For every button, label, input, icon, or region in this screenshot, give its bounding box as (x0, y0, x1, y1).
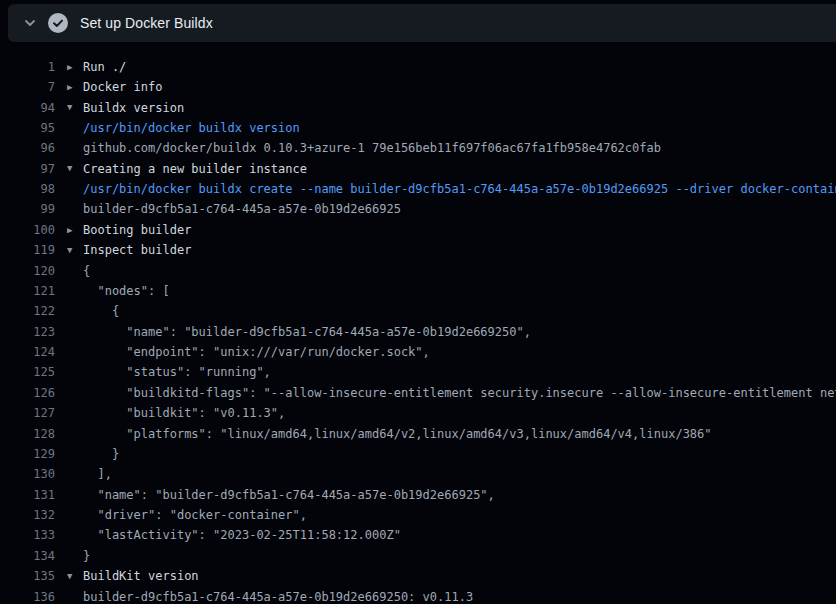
log-line: 136builder-d9cfb5a1-c764-445a-a57e-0b19d… (0, 586, 836, 604)
line-number[interactable]: 136 (0, 590, 55, 604)
log-output-text: { (83, 304, 119, 318)
line-number[interactable]: 120 (0, 264, 55, 278)
log-output-text: "status": "running", (83, 365, 271, 379)
log-line: 125 "status": "running", (0, 362, 836, 382)
log-output-text: "nodes": [ (83, 284, 170, 298)
log-output-text: "name": "builder-d9cfb5a1-c764-445a-a57e… (83, 488, 495, 502)
log-command-text: /usr/bin/docker buildx version (83, 121, 300, 135)
log-output-text: github.com/docker/buildx 0.10.3+azure-1 … (83, 141, 661, 155)
log-line: 95/usr/bin/docker buildx version (0, 118, 836, 138)
log-line[interactable]: 7▶Docker info (0, 77, 836, 97)
line-number[interactable]: 97 (0, 162, 55, 176)
log-line: 130 ], (0, 464, 836, 484)
line-number[interactable]: 123 (0, 325, 55, 339)
log-line: 129 } (0, 444, 836, 464)
log-line: 132 "driver": "docker-container", (0, 505, 836, 525)
line-number[interactable]: 96 (0, 141, 55, 155)
log-group-title[interactable]: Inspect builder (83, 243, 191, 257)
triangle-down-icon[interactable]: ▼ (55, 97, 83, 117)
triangle-down-icon[interactable]: ▼ (55, 158, 83, 178)
line-number[interactable]: 122 (0, 304, 55, 318)
line-number[interactable]: 129 (0, 447, 55, 461)
check-circle-icon (48, 13, 68, 33)
triangle-right-icon[interactable]: ▶ (55, 220, 83, 240)
line-number[interactable]: 130 (0, 467, 55, 481)
log-line: 131 "name": "builder-d9cfb5a1-c764-445a-… (0, 484, 836, 504)
line-number[interactable]: 94 (0, 101, 55, 115)
triangle-right-icon[interactable]: ▶ (55, 57, 83, 77)
log-output-text: { (83, 264, 90, 278)
log-group-title[interactable]: Docker info (83, 80, 162, 94)
line-number[interactable]: 134 (0, 549, 55, 563)
line-number[interactable]: 95 (0, 121, 55, 135)
log-line: 96github.com/docker/buildx 0.10.3+azure-… (0, 138, 836, 158)
log-group-title[interactable]: Run ./ (83, 60, 126, 74)
line-number[interactable]: 133 (0, 528, 55, 542)
line-number[interactable]: 100 (0, 223, 55, 237)
line-number[interactable]: 131 (0, 488, 55, 502)
line-number[interactable]: 1 (0, 60, 55, 74)
log-line: 123 "name": "builder-d9cfb5a1-c764-445a-… (0, 321, 836, 341)
log-line: 121 "nodes": [ (0, 281, 836, 301)
log-output-text: } (83, 549, 90, 563)
log-line[interactable]: 100▶Booting builder (0, 220, 836, 240)
log-line: 120{ (0, 260, 836, 280)
line-number[interactable]: 7 (0, 80, 55, 94)
log-line[interactable]: 97▼Creating a new builder instance (0, 158, 836, 178)
log-line[interactable]: 135▼BuildKit version (0, 566, 836, 586)
log-group-title[interactable]: Buildx version (83, 101, 184, 115)
triangle-down-icon[interactable]: ▼ (55, 566, 83, 586)
log-line: 122 { (0, 301, 836, 321)
log-line[interactable]: 1▶Run ./ (0, 57, 836, 77)
log-lines: 1▶Run ./7▶Docker info94▼Buildx version95… (0, 57, 836, 604)
log-group-title[interactable]: Booting builder (83, 223, 191, 237)
log-output-text: "platforms": "linux/amd64,linux/amd64/v2… (83, 427, 712, 441)
chevron-down-icon[interactable] (18, 11, 42, 35)
line-number[interactable]: 98 (0, 182, 55, 196)
log-line: 128 "platforms": "linux/amd64,linux/amd6… (0, 423, 836, 443)
line-number[interactable]: 121 (0, 284, 55, 298)
log-output-text: "buildkit": "v0.11.3", (83, 406, 285, 420)
line-number[interactable]: 135 (0, 569, 55, 583)
log-output-text: "name": "builder-d9cfb5a1-c764-445a-a57e… (83, 325, 531, 339)
log-line: 126 "buildkitd-flags": "--allow-insecure… (0, 383, 836, 403)
line-number[interactable]: 99 (0, 202, 55, 216)
log-output-text: "lastActivity": "2023-02-25T11:58:12.000… (83, 528, 401, 542)
log-output-text: ], (83, 467, 112, 481)
log-line: 98/usr/bin/docker buildx create --name b… (0, 179, 836, 199)
log-output-text: "driver": "docker-container", (83, 508, 307, 522)
log-output-text: "buildkitd-flags": "--allow-insecure-ent… (83, 386, 836, 400)
log-group-title[interactable]: BuildKit version (83, 569, 199, 583)
log-command-text: /usr/bin/docker buildx create --name bui… (83, 182, 836, 196)
log-line: 134} (0, 546, 836, 566)
log-group-title[interactable]: Creating a new builder instance (83, 162, 307, 176)
line-number[interactable]: 126 (0, 386, 55, 400)
line-number[interactable]: 127 (0, 406, 55, 420)
line-number[interactable]: 125 (0, 365, 55, 379)
log-output-text: builder-d9cfb5a1-c764-445a-a57e-0b19d2e6… (83, 590, 473, 604)
log-line[interactable]: 94▼Buildx version (0, 97, 836, 117)
log-line: 133 "lastActivity": "2023-02-25T11:58:12… (0, 525, 836, 545)
triangle-right-icon[interactable]: ▶ (55, 77, 83, 97)
line-number[interactable]: 119 (0, 243, 55, 257)
line-number[interactable]: 132 (0, 508, 55, 522)
log-line: 124 "endpoint": "unix:///var/run/docker.… (0, 342, 836, 362)
step-title: Set up Docker Buildx (80, 15, 213, 31)
log-line: 99builder-d9cfb5a1-c764-445a-a57e-0b19d2… (0, 199, 836, 219)
log-line[interactable]: 119▼Inspect builder (0, 240, 836, 260)
log-line: 127 "buildkit": "v0.11.3", (0, 403, 836, 423)
line-number[interactable]: 128 (0, 427, 55, 441)
log-output-text: } (83, 447, 119, 461)
log-output-text: builder-d9cfb5a1-c764-445a-a57e-0b19d2e6… (83, 202, 401, 216)
log-output-text: "endpoint": "unix:///var/run/docker.sock… (83, 345, 430, 359)
step-header[interactable]: Set up Docker Buildx (8, 4, 836, 42)
triangle-down-icon[interactable]: ▼ (55, 240, 83, 260)
line-number[interactable]: 124 (0, 345, 55, 359)
